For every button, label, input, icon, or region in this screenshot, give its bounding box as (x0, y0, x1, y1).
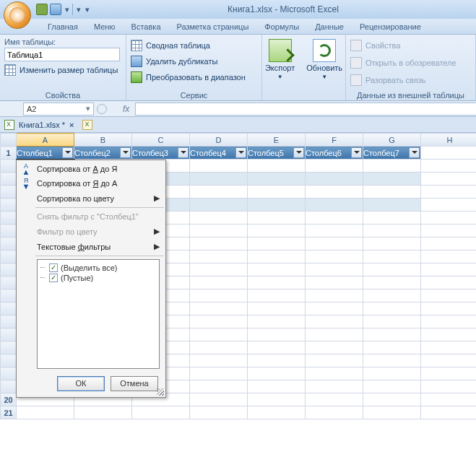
worksheet-grid[interactable]: A B C D E F G H 1 Столбец1 Столбец2 Стол… (0, 133, 476, 462)
dedup-button[interactable]: Удалить дубликаты (131, 56, 257, 67)
undo-dropdown-icon[interactable]: ▾ (64, 4, 70, 15)
row-header[interactable] (1, 289, 17, 302)
row-header[interactable] (1, 237, 17, 250)
ok-button[interactable]: ОК (57, 376, 105, 391)
cell[interactable] (190, 160, 248, 173)
row-header[interactable] (1, 160, 17, 173)
fx-cancel-icon[interactable] (97, 104, 107, 114)
formula-input[interactable] (135, 103, 476, 116)
separator (72, 4, 73, 15)
refresh-label: Обновить (306, 64, 342, 72)
tab-insert[interactable]: Вставка (124, 19, 169, 34)
dedup-label: Удалить дубликаты (146, 57, 217, 66)
export-button[interactable]: Экспорт▼ (262, 38, 298, 82)
filter-dropdown-icon[interactable] (120, 147, 131, 158)
text-filters-item[interactable]: Текстовые фильтры▶ (17, 239, 165, 254)
table-name-label: Имя таблицы: (4, 38, 121, 46)
resize-table-button[interactable]: Изменить размер таблицы (4, 64, 121, 76)
table-header-7[interactable]: Столбец7 (363, 147, 421, 160)
col-header-h[interactable]: H (421, 134, 477, 147)
redo-dropdown-icon[interactable]: ▾ (75, 4, 82, 15)
col-header-f[interactable]: F (306, 134, 363, 147)
col-header-d[interactable]: D (190, 134, 248, 147)
cancel-button[interactable]: Отмена (111, 376, 158, 391)
cell[interactable] (248, 160, 306, 173)
row-header[interactable] (1, 380, 17, 393)
refresh-button[interactable]: Обновить▼ (303, 38, 345, 82)
row-header[interactable] (1, 341, 17, 354)
row-header[interactable] (1, 315, 17, 328)
row-header[interactable] (1, 186, 17, 199)
table-header-1[interactable]: Столбец1 (17, 147, 74, 160)
checkbox-icon[interactable] (49, 263, 58, 272)
row-header-21[interactable]: 21 (1, 406, 17, 419)
row-header[interactable] (1, 302, 17, 315)
row-header[interactable] (1, 276, 17, 289)
sort-za-item[interactable]: Я▼ Сортировка от Я до А (17, 176, 165, 191)
col-header-a[interactable]: A (17, 134, 74, 147)
table-header-3[interactable]: Столбец3 (132, 147, 190, 160)
list-item[interactable]: (Пустые) (39, 273, 157, 283)
submenu-arrow-icon: ▶ (154, 242, 160, 251)
table-header-6[interactable]: Столбец6 (306, 147, 363, 160)
tab-home[interactable]: Главная (40, 19, 86, 34)
name-box-dropdown-icon[interactable]: ▾ (86, 104, 90, 113)
checkbox-icon[interactable] (49, 274, 58, 282)
filter-dropdown-icon[interactable] (62, 147, 73, 158)
row-header[interactable] (1, 212, 17, 225)
ext-props-icon (350, 40, 362, 51)
row-header[interactable] (1, 367, 17, 380)
name-box[interactable]: A2▾ (23, 103, 94, 116)
convert-range-button[interactable]: Преобразовать в диапазон (131, 71, 257, 83)
qat-customize-icon[interactable]: ▾ (84, 4, 90, 15)
row-header[interactable] (1, 263, 17, 276)
filter-dropdown-icon[interactable] (293, 147, 304, 158)
tab-data[interactable]: Данные (307, 19, 352, 34)
tab-formulas[interactable]: Формулы (256, 19, 307, 34)
tab-menu[interactable]: Меню (86, 19, 124, 34)
row-header[interactable] (1, 250, 17, 263)
save-icon[interactable] (50, 4, 61, 15)
pivot-button[interactable]: Сводная таблица (131, 40, 257, 51)
row-header[interactable] (1, 199, 17, 212)
col-header-c[interactable]: C (132, 134, 190, 147)
row-header-1[interactable]: 1 (1, 147, 17, 160)
table-name-input[interactable] (4, 48, 120, 61)
sort-az-item[interactable]: А▲ Сортировка от А до Я (17, 162, 165, 176)
list-item[interactable]: (Выделить все) (39, 263, 157, 273)
row-header[interactable] (1, 354, 17, 367)
row-header[interactable] (1, 328, 17, 341)
filter-dropdown-icon[interactable] (409, 147, 420, 158)
sort-color-item[interactable]: Сортировка по цвету▶ (17, 191, 165, 206)
cell[interactable] (306, 160, 363, 173)
menu-separator (35, 256, 164, 256)
resize-handle-icon[interactable] (157, 388, 164, 396)
office-button[interactable] (4, 1, 31, 29)
filter-values-list[interactable]: (Выделить все) (Пустые) (37, 259, 160, 369)
row-header-20[interactable]: 20 (1, 393, 17, 406)
table-header-2[interactable]: Столбец2 (74, 147, 132, 160)
tab-review[interactable]: Рецензирование (352, 19, 429, 34)
filter-dropdown-icon[interactable] (351, 147, 362, 158)
fx-icon[interactable]: fx (123, 104, 129, 114)
filter-dropdown-icon[interactable] (178, 147, 189, 158)
row-header[interactable] (1, 225, 17, 237)
cell[interactable] (421, 147, 477, 160)
title-bar: ▾ ▾ ▾ Книга1.xlsx - Microsoft Excel (0, 0, 476, 19)
filter-dropdown-icon[interactable] (235, 147, 246, 158)
col-header-e[interactable]: E (248, 134, 306, 147)
cell[interactable] (363, 160, 421, 173)
workbook-name[interactable]: Книга1.xlsx * (19, 121, 65, 129)
close-doc-icon[interactable]: × (69, 121, 74, 129)
select-all-corner[interactable] (1, 134, 17, 147)
table-header-4[interactable]: Столбец4 (190, 147, 248, 160)
col-header-g[interactable]: G (363, 134, 421, 147)
cell[interactable] (421, 160, 477, 173)
menu-separator (35, 207, 164, 208)
submenu-arrow-icon: ▶ (154, 227, 160, 236)
table-header-5[interactable]: Столбец5 (248, 147, 306, 160)
tab-page-layout[interactable]: Разметка страницы (169, 19, 257, 34)
dedup-icon (131, 56, 142, 67)
row-header[interactable] (1, 173, 17, 186)
col-header-b[interactable]: B (74, 134, 132, 147)
